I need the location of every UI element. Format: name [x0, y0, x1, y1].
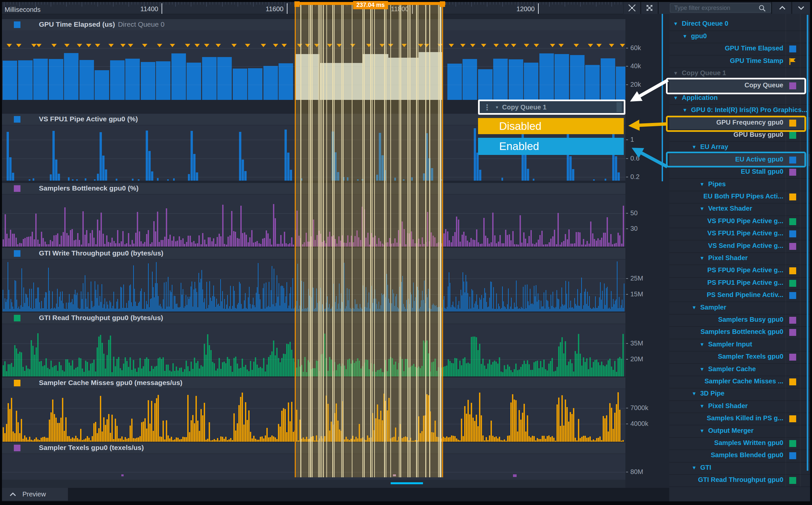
vertical-scrollbar-thumb[interactable] — [662, 14, 663, 181]
metric-row-gpu-time-stamp[interactable]: GPU Time Stamp — [669, 55, 810, 68]
enabled-button[interactable]: Enabled — [478, 138, 624, 155]
metric-color-swatch[interactable] — [789, 267, 796, 274]
tree-collapse-icon[interactable]: ▼ — [682, 107, 687, 113]
metric-row-sampler-texels-gpu0[interactable]: Sampler Texels gpu0 — [669, 351, 810, 364]
selection-right-handle[interactable] — [440, 1, 445, 7]
tree-collapse-icon[interactable]: ▼ — [692, 465, 697, 470]
tree-collapse-icon[interactable]: ▼ — [673, 21, 678, 26]
tree-collapse-icon[interactable]: ▼ — [692, 305, 697, 310]
metric-row-samplers-busy-gpu0[interactable]: Samplers Busy gpu0 — [669, 314, 810, 327]
metric-row-direct-queue-0[interactable]: ▼Direct Queue 0 — [669, 18, 810, 31]
track-title: VS FPU1 Pipe Active gpu0 (%) — [39, 115, 138, 123]
metric-row-sampler-input[interactable]: ▼Sampler Input — [669, 339, 810, 351]
metric-row-vs-send-pipe-active-g[interactable]: VS Send Pipe Active g... — [669, 240, 810, 253]
metric-color-swatch[interactable] — [789, 317, 796, 324]
metric-row-ps-send-pipeline-activ[interactable]: PS Send Pipeline Activ... — [669, 290, 810, 302]
track-title-suffix: Direct Queue 0 — [118, 20, 165, 28]
tree-collapse-icon[interactable]: ▼ — [673, 70, 678, 76]
tree-collapse-icon[interactable]: ▼ — [699, 403, 704, 409]
metric-color-swatch[interactable] — [789, 452, 796, 459]
metric-color-swatch[interactable] — [789, 218, 796, 225]
filter-input[interactable] — [670, 3, 771, 13]
metric-row-sampler[interactable]: ▼Sampler — [669, 302, 810, 315]
metric-label: Samplers Busy gpu0 — [682, 316, 783, 323]
preview-toggle[interactable]: Preview — [2, 488, 68, 501]
metric-row-samples-blended-gpu0[interactable]: Samples Blended gpu0 — [669, 450, 810, 462]
chevron-down-icon[interactable]: ▾ — [496, 105, 498, 110]
scroll-down-button[interactable] — [792, 2, 810, 14]
tree-collapse-icon[interactable]: ▼ — [692, 391, 697, 396]
tree-collapse-icon[interactable]: ▼ — [699, 428, 704, 434]
selection-right-edge[interactable] — [442, 2, 443, 477]
selection-left-handle[interactable] — [294, 1, 300, 7]
flag-icon[interactable] — [789, 57, 797, 67]
metric-row-eu-stall-gpu0[interactable]: EU Stall gpu0 — [669, 166, 810, 179]
tree-collapse-icon[interactable]: ▼ — [682, 33, 687, 39]
metric-color-swatch[interactable] — [789, 280, 796, 287]
metric-row-eu-both-fpu-pipes-acti[interactable]: EU Both FPU Pipes Acti... — [669, 191, 810, 203]
scroll-up-button[interactable] — [773, 2, 791, 14]
expand-all-button[interactable] — [641, 2, 658, 14]
metric-row-gti[interactable]: ▼GTI — [669, 462, 810, 475]
metric-row-ps-fpu1-pipe-active-g[interactable]: PS FPU1 Pipe Active g... — [669, 277, 810, 290]
metric-color-swatch[interactable] — [789, 354, 796, 361]
tree-collapse-icon[interactable]: ▼ — [699, 341, 704, 347]
metric-row-pipes[interactable]: ▼Pipes — [669, 179, 810, 191]
metric-row-sampler-cache[interactable]: ▼Sampler Cache — [669, 364, 810, 376]
queue-event-line — [321, 3, 322, 477]
time-selection-region[interactable] — [295, 2, 443, 477]
metric-color-swatch[interactable] — [789, 230, 796, 237]
texel-marker — [513, 474, 517, 477]
metric-row-ps-fpu0-pipe-active-g[interactable]: PS FPU0 Pipe Active g... — [669, 265, 810, 277]
group-label: Sampler Input — [708, 341, 752, 348]
gpu-time-stamp-marker — [128, 44, 133, 47]
metric-color-swatch[interactable] — [789, 415, 796, 422]
metric-color-swatch[interactable] — [789, 378, 796, 385]
metric-row-gpu-time-elapsed[interactable]: GPU Time Elapsed — [669, 43, 810, 55]
disabled-button[interactable]: Disabled — [478, 118, 624, 134]
tree-collapse-icon[interactable]: ▼ — [699, 255, 704, 261]
metric-row-sampler-cache-misses[interactable]: Sampler Cache Misses ... — [669, 376, 810, 388]
sidebar-scrollbar-thumb[interactable] — [807, 15, 808, 471]
metric-color-swatch[interactable] — [789, 243, 796, 250]
axis-tick-label: 50 — [630, 209, 638, 217]
metric-row-vs-fpu0-pipe-active-g[interactable]: VS FPU0 Pipe Active g... — [669, 215, 810, 228]
metric-row-gpu0[interactable]: ▼gpu0 — [669, 31, 810, 43]
collapse-all-button[interactable] — [624, 2, 640, 14]
selection-duration-badge[interactable]: 237.04 ms — [353, 1, 388, 9]
search-icon[interactable] — [758, 4, 766, 13]
drag-handle-icon[interactable]: ⋮ — [484, 103, 491, 111]
metric-color-swatch[interactable] — [789, 169, 796, 176]
track-color-swatch — [14, 315, 20, 321]
metric-color-swatch[interactable] — [789, 193, 796, 200]
metric-row-3d-pipe[interactable]: ▼3D Pipe — [669, 388, 810, 400]
copy-queue-track-header[interactable]: ⋮ ▾ Copy Queue 1 — [478, 100, 625, 115]
tree-collapse-icon[interactable]: ▼ — [699, 366, 704, 372]
metric-row-gpu-0-intel-r-iris-r-pro-graphics[interactable]: ▼GPU 0: Intel(R) Iris(R) Pro Graphics... — [669, 105, 810, 117]
group-label: GTI — [700, 464, 711, 471]
metric-color-swatch[interactable] — [789, 132, 796, 139]
metric-row-output-merger[interactable]: ▼Output Merger — [669, 425, 810, 438]
selection-left-edge[interactable] — [295, 2, 296, 477]
metric-row-gti-read-throughput-gpu0[interactable]: GTI Read Throughput gpu0 — [669, 474, 810, 487]
metric-row-pixel-shader[interactable]: ▼Pixel Shader — [669, 400, 810, 413]
metric-color-swatch[interactable] — [789, 329, 796, 336]
metric-color-swatch[interactable] — [789, 292, 796, 299]
metric-row-vs-fpu1-pipe-active-g[interactable]: VS FPU1 Pipe Active g... — [669, 228, 810, 240]
metric-color-swatch[interactable] — [789, 45, 796, 52]
metric-label: VS Send Pipe Active g... — [682, 242, 783, 249]
tree-collapse-icon[interactable]: ▼ — [673, 95, 678, 101]
metric-row-samples-written-gpu0[interactable]: Samples Written gpu0 — [669, 438, 810, 450]
metric-color-swatch[interactable] — [789, 440, 796, 447]
metric-color-swatch[interactable] — [789, 477, 796, 484]
metric-row-vertex-shader[interactable]: ▼Vertex Shader — [669, 203, 810, 215]
metric-row-pixel-shader[interactable]: ▼Pixel Shader — [669, 252, 810, 265]
tree-collapse-icon[interactable]: ▼ — [699, 206, 704, 211]
tree-collapse-icon[interactable]: ▼ — [699, 181, 704, 187]
metric-row-samplers-bottleneck-gpu0[interactable]: Samplers Bottleneck gpu0 — [669, 326, 810, 339]
gpu-time-stamp-marker — [620, 44, 625, 47]
axis-tick-label: 35M — [630, 340, 643, 347]
horizontal-scrollbar-thumb[interactable] — [391, 482, 423, 484]
metric-row-samples-killed-in-ps-g[interactable]: Samples Killed in PS g... — [669, 413, 810, 425]
tree-collapse-icon[interactable]: ▼ — [692, 144, 697, 150]
